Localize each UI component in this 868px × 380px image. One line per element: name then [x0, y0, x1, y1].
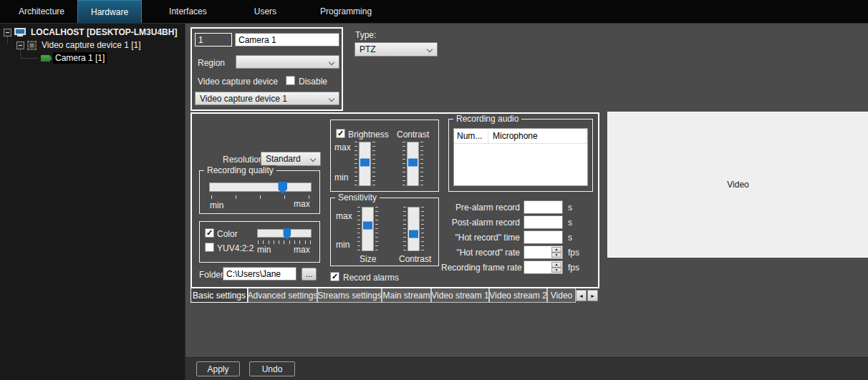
tree-item-capture-device[interactable]: Video capture device 1 [1] [16, 39, 143, 51]
sens-contrast-slider-track[interactable] [408, 207, 420, 251]
yuv-checkbox[interactable] [205, 243, 214, 252]
min-label: min [257, 245, 271, 255]
tree-item-localhost[interactable]: LOCALHOST [DESKTOP-LM3U4BH] [4, 26, 179, 38]
recording-quality-slider-thumb[interactable] [278, 182, 287, 194]
tab-video-clipped[interactable]: Video [547, 288, 576, 303]
tree-item-camera[interactable]: Camera 1 [1] [38, 52, 107, 64]
spinner-buttons[interactable]: ▲ ▼ [551, 247, 561, 258]
camera-icon [41, 55, 50, 62]
color-label: Color [217, 229, 238, 239]
brightness-checkbox[interactable]: ✓ [336, 129, 345, 138]
color-slider[interactable] [257, 229, 312, 238]
hot-record-rate-spinner[interactable]: ▲ ▼ [524, 245, 563, 259]
spin-up-icon[interactable]: ▲ [551, 262, 561, 268]
brightness-slider-track[interactable] [359, 142, 371, 186]
spin-down-icon[interactable]: ▼ [551, 253, 561, 258]
tree-item-label: Video capture device 1 [1] [39, 39, 143, 51]
sensitivity-size-slider[interactable] [357, 207, 378, 251]
camera-name-input[interactable] [235, 33, 339, 47]
slider-ticks [421, 207, 424, 251]
chevron-down-icon [310, 156, 316, 162]
contrast-slider[interactable] [402, 142, 423, 186]
record-alarms-checkbox[interactable]: ✓ [330, 272, 339, 281]
contrast-slider-thumb[interactable] [408, 158, 418, 166]
unit-label: fps [568, 263, 579, 273]
disable-checkbox[interactable] [286, 76, 295, 85]
browse-button[interactable]: ... [302, 268, 317, 281]
audio-col-num: Num... [454, 129, 488, 143]
recording-quality-group: Recording quality min max [199, 170, 320, 214]
settings-tabstrip: Basic settings Advanced settings Streams… [191, 288, 599, 303]
recording-frame-rate-label: Recording frame rate [441, 263, 520, 273]
tab-interfaces[interactable]: Interfaces [156, 0, 220, 23]
sens-contrast-slider-thumb[interactable] [409, 230, 418, 238]
type-select[interactable]: PTZ [355, 42, 438, 57]
sensitivity-contrast-slider[interactable] [403, 207, 424, 251]
recording-frame-rate-spinner[interactable]: ▲ ▼ [524, 260, 563, 274]
slider-ticks [420, 142, 423, 186]
recording-audio-table[interactable]: Num... Microphone [453, 128, 588, 186]
collapse-icon[interactable] [4, 29, 11, 36]
color-checkbox[interactable]: ✓ [205, 228, 214, 238]
video-capture-device-label: Video capture device [198, 77, 278, 87]
disable-label: Disable [299, 77, 327, 87]
undo-button[interactable]: Undo [249, 361, 295, 376]
color-slider-thumb[interactable] [283, 228, 291, 240]
tab-architecture[interactable]: Architecture [6, 0, 77, 23]
hardware-settings-panel: Region Video capture device Disable Vide… [185, 24, 868, 380]
spinner-buttons[interactable]: ▲ ▼ [551, 262, 561, 273]
resolution-select[interactable]: Standard [261, 152, 321, 166]
video-capture-device-select[interactable]: Video capture device 1 [195, 92, 339, 105]
type-label: Type: [355, 30, 376, 40]
tab-main-stream[interactable]: Main stream [382, 288, 431, 303]
contrast-slider-track[interactable] [407, 142, 419, 186]
hot-record-rate-label: "Hot record" rate [441, 248, 520, 258]
tab-basic-settings[interactable]: Basic settings [191, 288, 248, 303]
tab-users[interactable]: Users [241, 0, 289, 23]
capture-device-icon [27, 41, 37, 50]
hot-record-time-input[interactable] [524, 230, 563, 244]
tab-hardware[interactable]: Hardware [77, 0, 142, 23]
folder-input[interactable] [223, 267, 296, 281]
sensitivity-group: Sensitivity max min Size Contrast [330, 198, 439, 266]
tab-streams-settings[interactable]: Streams settings [317, 288, 382, 303]
chevron-down-icon [329, 59, 334, 65]
pre-alarm-record-input[interactable] [524, 200, 563, 214]
size-slider-thumb[interactable] [363, 222, 372, 230]
apply-button[interactable]: Apply [196, 361, 240, 376]
brightness-slider-thumb[interactable] [360, 159, 370, 167]
tab-video-stream-2[interactable]: Video stream 2 [489, 288, 547, 303]
tab-video-stream-1[interactable]: Video stream 1 [431, 288, 489, 303]
tab-advanced-settings[interactable]: Advanced settings [248, 288, 317, 303]
folder-label: Folder [199, 270, 223, 280]
recording-quality-slider[interactable] [209, 182, 312, 192]
tabstrip-scroll-buttons: ◄ ► [576, 290, 598, 301]
brightness-slider[interactable] [355, 142, 375, 186]
collapse-icon[interactable] [16, 42, 24, 49]
max-label: max [294, 245, 310, 255]
spin-down-icon[interactable]: ▼ [551, 268, 561, 273]
sensitivity-contrast-label: Contrast [399, 254, 431, 264]
size-slider-track[interactable] [362, 207, 374, 251]
camera-id-input[interactable] [195, 33, 232, 47]
min-label: min [334, 172, 348, 182]
tab-programming[interactable]: Programming [307, 0, 385, 23]
max-label: max [334, 142, 351, 152]
slider-ticks [402, 142, 405, 186]
scroll-left-icon[interactable]: ◄ [576, 290, 587, 301]
post-alarm-record-label: Post-alarm record [441, 218, 520, 228]
region-select[interactable] [236, 55, 339, 69]
spin-up-icon[interactable]: ▲ [551, 247, 561, 253]
server-icon [14, 28, 26, 36]
min-label: min [210, 200, 223, 210]
camera-identity-box: Region Video capture device Disable Vide… [191, 27, 343, 111]
slider-ticks [403, 207, 406, 251]
slider-ticks [375, 207, 378, 251]
color-group: ✓ Color YUV4:2:2 min max [199, 221, 320, 263]
unit-label: fps [568, 248, 579, 258]
basic-settings-page: Resolution Standard Recording quality mi… [191, 112, 599, 288]
scroll-right-icon[interactable]: ► [587, 290, 598, 301]
brightness-contrast-group: ✓ Brightness Contrast max min [330, 120, 439, 192]
post-alarm-record-input[interactable] [524, 215, 563, 229]
slider-ticks [355, 142, 357, 186]
